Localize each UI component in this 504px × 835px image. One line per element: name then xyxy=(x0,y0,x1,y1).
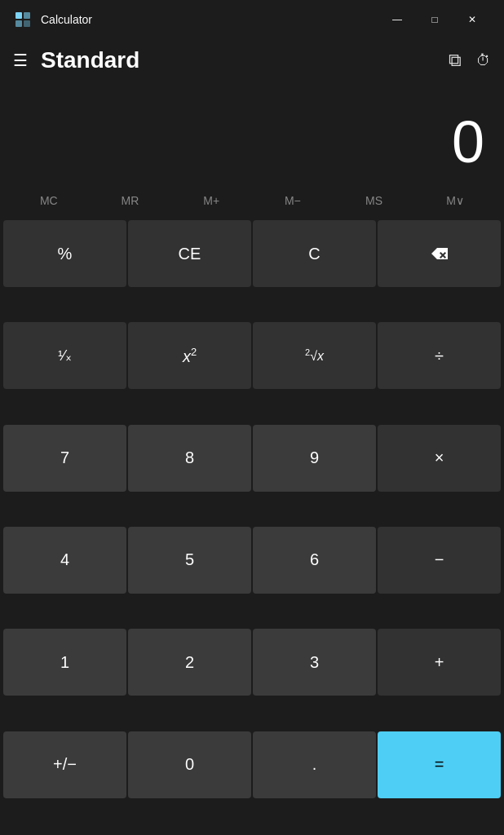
divide-button[interactable]: ÷ xyxy=(378,322,501,389)
negate-button[interactable]: +/− xyxy=(3,731,126,798)
reciprocal-button[interactable]: ¹⁄ₓ xyxy=(3,322,126,389)
three-button[interactable]: 3 xyxy=(253,629,376,696)
square-button[interactable]: x2 xyxy=(128,322,251,389)
seven-button[interactable]: 7 xyxy=(3,425,126,492)
five-button[interactable]: 5 xyxy=(128,527,251,594)
svg-rect-2 xyxy=(15,20,22,27)
button-grid: % CE C ¹⁄ₓ x2 2√x ÷ 7 8 9 × 4 5 6 − 1 2 xyxy=(0,219,504,835)
title-bar: Calculator — □ ✕ xyxy=(0,0,504,39)
history-icon[interactable]: ⏱ xyxy=(476,52,491,69)
percent-button[interactable]: % xyxy=(3,220,126,287)
memory-add-button[interactable]: M+ xyxy=(170,188,252,214)
display-value: 0 xyxy=(452,113,484,171)
svg-rect-3 xyxy=(24,20,30,27)
mode-title: Standard xyxy=(41,47,449,73)
app-header: ☰ Standard ⧉ ⏱ xyxy=(0,39,504,82)
zero-button[interactable]: 0 xyxy=(128,731,251,798)
four-button[interactable]: 4 xyxy=(3,527,126,594)
window-title: Calculator xyxy=(41,13,378,26)
nine-button[interactable]: 9 xyxy=(253,425,376,492)
sqrt-button[interactable]: 2√x xyxy=(253,322,376,389)
memory-clear-button[interactable]: MC xyxy=(8,188,90,214)
close-button[interactable]: ✕ xyxy=(453,7,491,33)
clear-entry-button[interactable]: CE xyxy=(128,220,251,287)
two-button[interactable]: 2 xyxy=(128,629,251,696)
window-controls: — □ ✕ xyxy=(378,7,491,33)
multiply-button[interactable]: × xyxy=(378,425,501,492)
svg-rect-1 xyxy=(24,12,30,19)
memory-store-button[interactable]: MS xyxy=(334,188,415,214)
memory-recall-button[interactable]: MR xyxy=(90,188,171,214)
menu-icon[interactable]: ☰ xyxy=(13,51,28,70)
app-icon xyxy=(13,10,33,29)
clear-button[interactable]: C xyxy=(253,220,376,287)
backspace-button[interactable] xyxy=(378,220,501,287)
one-button[interactable]: 1 xyxy=(3,629,126,696)
memory-subtract-button[interactable]: M− xyxy=(252,188,334,214)
subtract-button[interactable]: − xyxy=(378,527,501,594)
svg-rect-0 xyxy=(15,12,22,19)
display-area: 0 xyxy=(0,82,504,179)
six-button[interactable]: 6 xyxy=(253,527,376,594)
snap-icon[interactable]: ⧉ xyxy=(449,50,462,71)
maximize-button[interactable]: □ xyxy=(416,7,453,33)
memory-dropdown-button[interactable]: M∨ xyxy=(414,188,496,214)
memory-row: MC MR M+ M− MS M∨ xyxy=(0,183,504,219)
eight-button[interactable]: 8 xyxy=(128,425,251,492)
decimal-button[interactable]: . xyxy=(253,731,376,798)
add-button[interactable]: + xyxy=(378,629,501,696)
minimize-button[interactable]: — xyxy=(378,7,416,33)
equals-button[interactable]: = xyxy=(378,731,501,798)
